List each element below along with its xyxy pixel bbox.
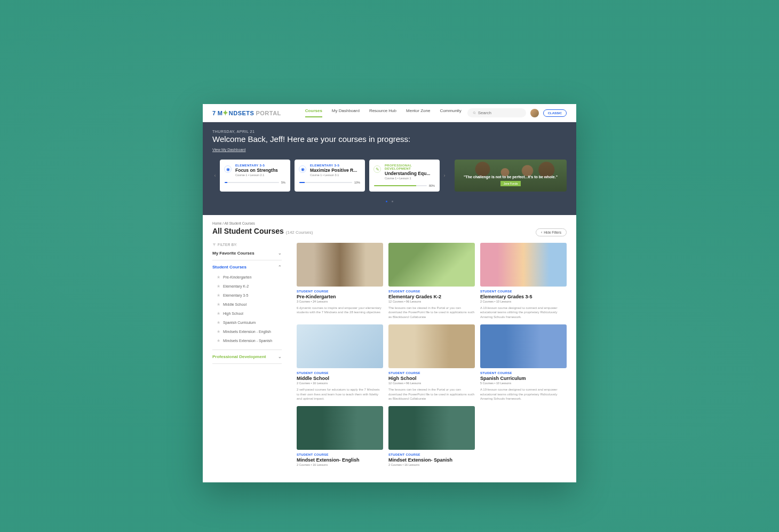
course-title: High School [388,376,475,381]
classic-button[interactable]: CLASSIC [543,109,567,117]
search-icon [473,110,476,115]
filter-item[interactable]: ★Mindsets Extension - Spanish [212,336,282,345]
star-icon: ★ [217,302,220,307]
course-thumbnail [297,406,383,450]
course-card[interactable]: STUDENT COURSEElementary Grades 3-52 Cou… [480,243,567,319]
logo-m: M [218,110,223,116]
filter-section-toggle[interactable]: My Favorite Courses⌄ [212,251,282,256]
filter-item[interactable]: ★Elementary K-2 [212,282,282,291]
page-count: (142 Courses) [286,230,313,235]
filter-item[interactable]: ★Mindsets Extension - English [212,327,282,336]
course-category: STUDENT COURSE [388,371,475,375]
progress-bar [374,185,427,186]
progress-card[interactable]: ◉ELEMENTARY 3-5Focus on StrengthsCourse … [220,160,290,192]
carousel-dot[interactable] [392,201,393,202]
page-title: All Student Courses [212,227,284,235]
star-icon: ★ [217,293,220,298]
progress-percent: 5% [281,181,285,184]
course-card[interactable]: STUDENT COURSEMiddle School2 Courses • 1… [297,324,383,401]
progress-percent: 10% [354,181,360,184]
filter-item-label: Spanish Curriculum [223,321,256,324]
search-box[interactable] [467,108,526,117]
filter-item[interactable]: ★Elementary 3-5 [212,291,282,300]
nav-item-my-dashboard[interactable]: My Dashboard [332,108,360,117]
progress-bar [299,182,352,183]
hero-date: THURSDAY, APRIL 21 [212,130,567,133]
star-icon: ★ [217,320,220,325]
quote-card: "The challenge is not to be perfect...it… [455,160,567,192]
filter-item[interactable]: ★Middle School [212,300,282,309]
course-meta: 2 Courses • 10 Lessons [480,300,567,303]
course-thumbnail [480,324,567,368]
breadcrumb-home[interactable]: Home [212,221,221,225]
filter-item-label: Mindsets Extension - English [223,330,271,334]
course-card[interactable]: STUDENT COURSESpanish Curriculum5 Course… [480,324,567,401]
progress-card-title: Maximize Positive R... [310,168,360,173]
course-category: STUDENT COURSE [388,453,475,456]
nav-item-resource-hub[interactable]: Resource Hub [369,108,396,117]
course-category: STUDENT COURSE [480,371,567,375]
filter-item-label: Elementary 3-5 [223,293,248,297]
course-meta: 5 Courses • 10 Lessons [480,382,567,385]
quote-text: "The challenge is not to be perfect...it… [464,175,558,179]
progress-card-meta: Course 1 • Lesson 2.1 [235,173,285,177]
course-description: A 10-lesson course designed to connect a… [480,306,567,319]
course-thumbnail [388,243,475,287]
course-description: The lessons can be viewed in the Portal … [388,306,475,319]
filter-item-label: Mindsets Extension - Spanish [223,339,272,343]
hide-filters-button[interactable]: ‹ Hide Filters [536,228,567,236]
course-category: STUDENT COURSE [480,290,567,293]
course-thumbnail [480,243,567,287]
filter-item[interactable]: ★Pre-Kindergarten [212,273,282,282]
course-category: STUDENT COURSE [388,290,475,293]
progress-card-meta: Course 1 • Lesson 1 [385,177,435,180]
course-card[interactable]: STUDENT COURSEPre-Kindergarten3 Courses … [297,243,383,319]
course-card[interactable]: STUDENT COURSEMindset Extension- Spanish… [388,406,475,466]
logo-rest: NDSETS [229,110,255,116]
filter-section-student-courses: Student Courses⌃★Pre-Kindergarten★Elemen… [212,260,282,350]
nav-item-mentor-zone[interactable]: Mentor Zone [406,108,430,117]
search-input[interactable] [478,110,521,115]
progress-card[interactable]: ◉ELEMENTARY 3-5Maximize Positive R...Cou… [295,160,365,192]
progress-percent: 80% [429,184,435,187]
logo-seven: 7 [212,110,216,116]
course-description: The lessons can be viewed in the Portal … [388,387,475,401]
progress-card[interactable]: ✎PROFESSIONAL DEVELOPMENTUnderstanding E… [369,160,440,192]
carousel-dot[interactable] [386,201,387,202]
course-thumbnail [297,324,383,368]
carousel-next-button[interactable]: › [442,173,447,178]
header-right: CLASSIC [467,108,567,117]
view-dashboard-link[interactable]: View My Dashboard [212,148,246,152]
filter-section-toggle[interactable]: Student Courses⌃ [212,265,282,269]
avatar[interactable] [530,109,539,117]
course-title: Middle School [297,376,383,381]
progress-card-category: ELEMENTARY 3-5 [235,164,285,167]
carousel-prev-button[interactable]: ‹ [212,173,218,178]
nav-item-community[interactable]: Community [440,108,461,117]
course-card[interactable]: STUDENT COURSEElementary Grades K-212 Co… [388,243,475,319]
course-card[interactable]: STUDENT COURSEHigh School12 Courses • 96… [388,324,475,401]
hero-title: Welcome Back, Jeff! Here are your course… [212,134,567,144]
course-meta: 3 Courses • 24 Lessons [297,300,383,303]
star-icon: ★ [217,284,220,289]
logo-sub: PORTAL [256,110,281,116]
logo[interactable]: 7 M ✦ NDSETS PORTAL [212,109,281,117]
filter-section-label: Student Courses [212,265,247,269]
filter-item[interactable]: ★High School [212,309,282,318]
filter-item[interactable]: ★Spanish Curriculum [212,318,282,327]
star-icon: ★ [217,338,220,343]
course-card[interactable]: STUDENT COURSEMindset Extension- English… [297,406,383,466]
filter-section-toggle[interactable]: Professional Development⌄ [212,354,282,359]
nav-item-courses[interactable]: Courses [305,108,322,117]
filter-item-label: Middle School [223,303,247,306]
course-title: Spanish Curriculum [480,376,567,381]
filter-item-label: Elementary K-2 [223,284,249,288]
progress-bar [225,182,279,183]
course-meta: 2 Courses • 16 Lessons [297,463,383,466]
course-icon: ◉ [299,165,306,173]
chevron-left-icon: ‹ [541,231,542,234]
progress-card-title: Focus on Strengths [235,168,285,173]
course-description: 6 dynamic courses to inspire and empower… [297,306,383,315]
course-grid: STUDENT COURSEPre-Kindergarten3 Courses … [297,243,567,466]
main-content: Home / All Student Courses All Student C… [203,215,576,482]
